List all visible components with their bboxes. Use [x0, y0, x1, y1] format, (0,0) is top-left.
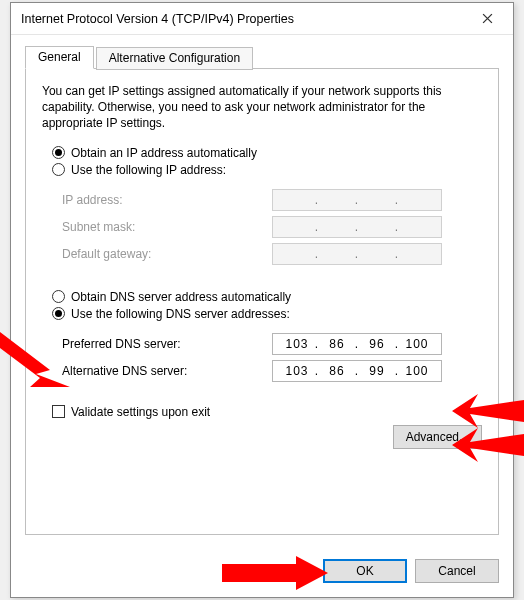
- label-subnet-mask: Subnet mask:: [62, 220, 272, 234]
- window-title: Internet Protocol Version 4 (TCP/IPv4) P…: [21, 12, 467, 26]
- tab-strip: General Alternative Configuration: [25, 45, 499, 69]
- ipv4-properties-dialog: Internet Protocol Version 4 (TCP/IPv4) P…: [10, 2, 514, 598]
- tab-general[interactable]: General: [25, 46, 94, 69]
- tab-panel-general: You can get IP settings assigned automat…: [25, 68, 499, 535]
- radio-icon: [52, 163, 65, 176]
- input-default-gateway: ...: [272, 243, 442, 265]
- label-default-gateway: Default gateway:: [62, 247, 272, 261]
- radio-icon: [52, 307, 65, 320]
- label-ip-address: IP address:: [62, 193, 272, 207]
- label-preferred-dns: Preferred DNS server:: [62, 337, 272, 351]
- titlebar: Internet Protocol Version 4 (TCP/IPv4) P…: [11, 3, 513, 35]
- input-preferred-dns[interactable]: 103. 86. 96. 100: [272, 333, 442, 355]
- close-icon: [482, 13, 493, 24]
- row-preferred-dns: Preferred DNS server: 103. 86. 96. 100: [62, 333, 482, 355]
- checkbox-validate-label: Validate settings upon exit: [71, 405, 210, 419]
- row-alternate-dns: Alternative DNS server: 103. 86. 99. 100: [62, 360, 482, 382]
- radio-ip-manual[interactable]: Use the following IP address:: [52, 163, 482, 177]
- ok-button[interactable]: OK: [323, 559, 407, 583]
- dns-fields-group: Preferred DNS server: 103. 86. 96. 100 A…: [42, 324, 482, 397]
- row-default-gateway: Default gateway: ...: [62, 243, 482, 265]
- cancel-button[interactable]: Cancel: [415, 559, 499, 583]
- input-subnet-mask: ...: [272, 216, 442, 238]
- checkbox-validate-on-exit[interactable]: Validate settings upon exit: [52, 405, 482, 419]
- radio-ip-manual-label: Use the following IP address:: [71, 163, 226, 177]
- dialog-body: General Alternative Configuration You ca…: [11, 35, 513, 549]
- label-alternate-dns: Alternative DNS server:: [62, 364, 272, 378]
- advanced-button-row: Advanced...: [42, 425, 482, 449]
- dialog-footer: OK Cancel: [11, 549, 513, 597]
- tab-alternative-configuration[interactable]: Alternative Configuration: [96, 47, 253, 70]
- row-ip-address: IP address: ...: [62, 189, 482, 211]
- ip-fields-group: IP address: ... Subnet mask: ... Default…: [42, 180, 482, 280]
- description-text: You can get IP settings assigned automat…: [42, 83, 482, 132]
- input-alternate-dns[interactable]: 103. 86. 99. 100: [272, 360, 442, 382]
- radio-dns-auto[interactable]: Obtain DNS server address automatically: [52, 290, 482, 304]
- checkbox-icon: [52, 405, 65, 418]
- radio-icon: [52, 290, 65, 303]
- radio-dns-manual[interactable]: Use the following DNS server addresses:: [52, 307, 482, 321]
- tab-general-label: General: [38, 50, 81, 64]
- tab-alt-label: Alternative Configuration: [109, 51, 240, 65]
- advanced-button[interactable]: Advanced...: [393, 425, 482, 449]
- input-ip-address: ...: [272, 189, 442, 211]
- radio-ip-auto-label: Obtain an IP address automatically: [71, 146, 257, 160]
- radio-icon: [52, 146, 65, 159]
- close-button[interactable]: [467, 5, 507, 33]
- row-subnet-mask: Subnet mask: ...: [62, 216, 482, 238]
- radio-ip-auto[interactable]: Obtain an IP address automatically: [52, 146, 482, 160]
- radio-dns-auto-label: Obtain DNS server address automatically: [71, 290, 291, 304]
- radio-dns-manual-label: Use the following DNS server addresses:: [71, 307, 290, 321]
